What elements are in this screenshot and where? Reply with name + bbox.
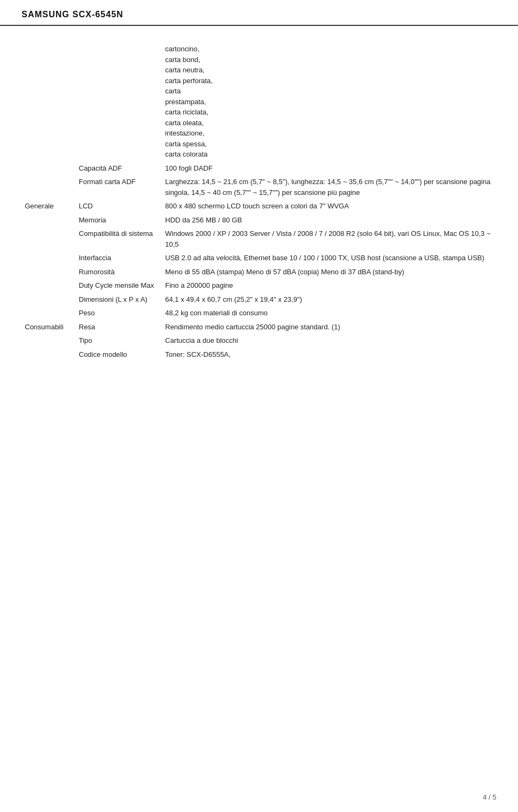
spec-category xyxy=(22,213,76,227)
table-row: Duty Cycle mensile MaxFino a 200000 pagi… xyxy=(22,279,496,293)
table-row: Peso48,2 kg con materiali di consumo xyxy=(22,306,496,320)
spec-value: Meno di 55 dBA (stampa) Meno di 57 dBA (… xyxy=(162,265,496,279)
table-row: RumorositàMeno di 55 dBA (stampa) Meno d… xyxy=(22,265,496,279)
pagination: 4 / 5 xyxy=(483,793,496,801)
page-footer: 4 / 5 xyxy=(483,793,496,801)
table-row: MemoriaHDD da 256 MB / 80 GB xyxy=(22,213,496,227)
spec-label: Memoria xyxy=(76,213,162,227)
table-row: Codice modelloToner: SCX-D6555A, xyxy=(22,348,496,362)
spec-label: Compatibilità di sistema xyxy=(76,227,162,251)
spec-category xyxy=(22,227,76,251)
spec-value: 64,1 x 49,4 x 60,7 cm (25,2" x 19,4" x 2… xyxy=(162,293,496,307)
spec-label: Dimensioni (L x P x A) xyxy=(76,293,162,307)
spec-value: Windows 2000 / XP / 2003 Server / Vista … xyxy=(162,227,496,251)
spec-label: LCD xyxy=(76,199,162,213)
spec-label: Rumorosità xyxy=(76,265,162,279)
spec-category xyxy=(22,161,76,175)
table-row: GeneraleLCD800 x 480 schermo LCD touch s… xyxy=(22,199,496,213)
spec-value: 48,2 kg con materiali di consumo xyxy=(162,306,496,320)
spec-category xyxy=(22,175,76,199)
spec-value: Fino a 200000 pagine xyxy=(162,279,496,293)
spec-label: Tipo xyxy=(76,334,162,348)
spec-category xyxy=(22,334,76,348)
spec-label: Duty Cycle mensile Max xyxy=(76,279,162,293)
spec-category xyxy=(22,42,76,161)
spec-label: Resa xyxy=(76,320,162,334)
spec-category xyxy=(22,348,76,362)
page-title: SAMSUNG SCX-6545N xyxy=(22,10,124,19)
spec-value: 800 x 480 schermo LCD touch screen a col… xyxy=(162,199,496,213)
spec-label: Formati carta ADF xyxy=(76,175,162,199)
spec-value: Larghezza: 14,5 ~ 21,6 cm (5,7" ~ 8,5"),… xyxy=(162,175,496,199)
table-row: Compatibilità di sistemaWindows 2000 / X… xyxy=(22,227,496,251)
spec-value: Toner: SCX-D6555A, xyxy=(162,348,496,362)
spec-value: USB 2.0 ad alta velocità, Ethernet base … xyxy=(162,251,496,265)
spec-value: HDD da 256 MB / 80 GB xyxy=(162,213,496,227)
spec-value: Cartuccia a due blocchi xyxy=(162,334,496,348)
spec-value: cartoncino, carta bond, carta neutra, ca… xyxy=(162,42,496,161)
table-row: InterfacciaUSB 2.0 ad alta velocità, Eth… xyxy=(22,251,496,265)
spec-value: Rendimento medio cartuccia 25000 pagine … xyxy=(162,320,496,334)
table-row: ConsumabiliResaRendimento medio cartucci… xyxy=(22,320,496,334)
spec-label: Peso xyxy=(76,306,162,320)
page-header: SAMSUNG SCX-6545N xyxy=(0,0,518,26)
spec-label: Interfaccia xyxy=(76,251,162,265)
spec-table: cartoncino, carta bond, carta neutra, ca… xyxy=(22,42,496,361)
spec-category xyxy=(22,293,76,307)
spec-category xyxy=(22,306,76,320)
spec-category: Generale xyxy=(22,199,76,213)
table-row: TipoCartuccia a due blocchi xyxy=(22,334,496,348)
spec-category xyxy=(22,251,76,265)
spec-category xyxy=(22,265,76,279)
spec-value: 100 fogli DADF xyxy=(162,161,496,175)
spec-label: Codice modello xyxy=(76,348,162,362)
table-row: cartoncino, carta bond, carta neutra, ca… xyxy=(22,42,496,161)
spec-label: Capacità ADF xyxy=(76,161,162,175)
content: cartoncino, carta bond, carta neutra, ca… xyxy=(0,37,518,394)
table-row: Dimensioni (L x P x A)64,1 x 49,4 x 60,7… xyxy=(22,293,496,307)
spec-category: Consumabili xyxy=(22,320,76,334)
table-row: Capacità ADF100 fogli DADF xyxy=(22,161,496,175)
table-row: Formati carta ADFLarghezza: 14,5 ~ 21,6 … xyxy=(22,175,496,199)
spec-category xyxy=(22,279,76,293)
spec-label xyxy=(76,42,162,161)
